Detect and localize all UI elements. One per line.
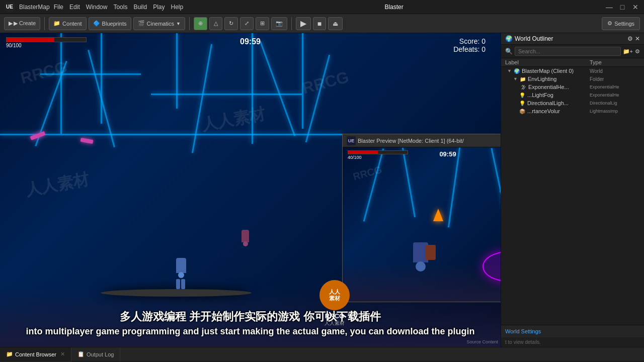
- tab-output-log[interactable]: 📋 Output Log: [71, 347, 120, 361]
- settings-button[interactable]: ⚙ Settings: [602, 17, 640, 30]
- project-name: BlasterMap: [19, 4, 50, 11]
- create-button[interactable]: ▶ ▶ Create: [4, 17, 40, 30]
- camera-tool[interactable]: 📷: [271, 17, 287, 30]
- dirlight-icon: 💡: [519, 101, 525, 106]
- menu-play[interactable]: Play: [153, 4, 165, 11]
- wo-item-dirlight[interactable]: 💡 DirectionalLigh... DirectionalLig: [501, 99, 644, 107]
- score-display: Score: 0 Defeats: 0: [453, 37, 486, 53]
- preview-timer: 09:59: [439, 150, 456, 158]
- folder-icon: 📁: [520, 76, 526, 82]
- settings-icon: ⚙: [607, 20, 612, 27]
- wo-search-bar: 🔍 📁+ ⚙: [501, 45, 644, 58]
- bottom-panel: 📁 Content Browser ✕ 📋 Output Log + ADD ⬆…: [0, 347, 644, 362]
- title-bar: UE BlasterMap File Edit Window Tools Bui…: [0, 0, 644, 14]
- expfog-icon: 🌫: [521, 84, 526, 90]
- world-icon: 🌍: [514, 68, 520, 74]
- timer-display: 09:59: [240, 37, 261, 46]
- rotate-tool[interactable]: ↻: [224, 17, 238, 30]
- menu-edit[interactable]: Edit: [69, 4, 80, 11]
- preview-content: RRCG 人人素材 40/100 09:59 Score : 0 Defeats…: [343, 147, 501, 302]
- toolbar-separator-1: [44, 17, 45, 30]
- wo-item-expfog[interactable]: 🌫 ExponentialHe... ExponentialHe: [501, 83, 644, 91]
- wo-columns: Label Type: [501, 58, 644, 67]
- select-tool[interactable]: ⊕: [194, 17, 207, 30]
- snap-tool[interactable]: ⊞: [256, 17, 269, 30]
- scale-tool[interactable]: ⤢: [240, 17, 254, 30]
- cinematics-button[interactable]: 🎬 Cinematics ▼: [133, 17, 185, 30]
- ue-logo: UE: [4, 2, 15, 13]
- create-icon: ▶: [9, 20, 13, 27]
- world-outliner-title: World Outliner: [515, 35, 625, 42]
- main-layout: RRCG 人人素材 RRCG 人人素材 90/100 09:59 Score: …: [0, 33, 644, 347]
- window-controls: — □ ✕: [605, 3, 640, 11]
- maximize-button[interactable]: □: [618, 3, 627, 11]
- wo-note: t to view details.: [501, 337, 644, 347]
- window-title: Blaster: [384, 4, 403, 11]
- preview-health: 40/100: [348, 150, 408, 160]
- play-button[interactable]: ▶: [296, 17, 311, 30]
- health-text: 90/100: [6, 43, 87, 48]
- menu-window[interactable]: Window: [86, 4, 108, 11]
- search-icon: 🔍: [505, 48, 513, 55]
- bottom-tabs: 📁 Content Browser ✕ 📋 Output Log: [0, 347, 644, 361]
- content-button[interactable]: 📁 Content: [49, 17, 87, 30]
- translate-tool[interactable]: △: [209, 17, 222, 30]
- volume-icon: 📦: [519, 109, 525, 114]
- eject-button[interactable]: ⏏: [328, 17, 343, 30]
- wo-settings-icon[interactable]: ⚙: [635, 48, 640, 55]
- cinematics-icon: 🎬: [138, 20, 145, 27]
- menu-tools[interactable]: Tools: [113, 4, 127, 11]
- health-bar-fill: [7, 38, 54, 42]
- wo-item-importance[interactable]: 📦 ...rtanceVolur LightmassImp: [501, 107, 644, 115]
- menu-help[interactable]: Help: [171, 4, 183, 11]
- menu-bar: File Edit Window Tools Build Play Help: [54, 4, 183, 11]
- tab-close-content-browser[interactable]: ✕: [60, 351, 65, 357]
- wo-close-icon[interactable]: ✕: [635, 35, 640, 42]
- wo-item-envlighting[interactable]: ▼ 📁 EnvLighting Folder: [501, 75, 644, 83]
- health-bar-background: [6, 37, 87, 42]
- content-icon: 📁: [53, 20, 60, 27]
- right-panel: 🌍 World Outliner ⚙ ✕ 🔍 📁+ ⚙ Label Type ▼…: [501, 33, 644, 347]
- wo-item-lightfog[interactable]: 💡 ...LightFog ExponentialHe: [501, 91, 644, 99]
- health-bar-container: 90/100: [6, 37, 87, 48]
- col-type-header: Type: [590, 59, 640, 65]
- wo-item-blastermap[interactable]: ▼ 🌍 BlasterMap (Client 0) World: [501, 67, 644, 75]
- stop-button[interactable]: ■: [313, 17, 326, 30]
- preview-window[interactable]: UE Blaster Preview [NetMode: Client 1] (…: [342, 134, 501, 302]
- menu-build[interactable]: Build: [133, 4, 147, 11]
- col-label-header: Label: [505, 59, 590, 65]
- toolbar-separator-3: [291, 17, 292, 30]
- wo-search-input[interactable]: [515, 47, 621, 56]
- menu-file[interactable]: File: [54, 4, 63, 11]
- toolbar-separator-2: [189, 17, 190, 30]
- minimize-button[interactable]: —: [605, 3, 614, 11]
- world-outliner-tree: ▼ 🌍 BlasterMap (Client 0) World ▼ 📁 EnvL…: [501, 67, 644, 325]
- tab-content-browser[interactable]: 📁 Content Browser ✕: [0, 347, 71, 361]
- wo-new-folder-icon[interactable]: 📁+: [623, 48, 633, 55]
- content-browser-icon: 📁: [6, 351, 13, 357]
- blueprints-button[interactable]: 🔷 Blueprints: [89, 17, 131, 30]
- world-outliner-header: 🌍 World Outliner ⚙ ✕: [501, 33, 644, 45]
- preview-ue-logo: UE: [347, 136, 356, 145]
- blueprints-icon: 🔷: [93, 20, 100, 27]
- preview-titlebar: UE Blaster Preview [NetMode: Client 1] (…: [343, 134, 501, 147]
- output-log-icon: 📋: [77, 351, 85, 357]
- preview-title: Blaster Preview [NetMode: Client 1] (64-…: [358, 138, 501, 144]
- close-button[interactable]: ✕: [631, 3, 640, 11]
- light-icon: 💡: [519, 93, 525, 98]
- viewport-area[interactable]: RRCG 人人素材 RRCG 人人素材 90/100 09:59 Score: …: [0, 33, 501, 347]
- world-outliner-icon: 🌍: [505, 35, 513, 42]
- wo-options-icon[interactable]: ⚙: [627, 35, 633, 42]
- world-settings-button[interactable]: World Settings: [501, 325, 644, 337]
- main-toolbar: ▶ ▶ Create 📁 Content 🔷 Blueprints 🎬 Cine…: [0, 14, 644, 33]
